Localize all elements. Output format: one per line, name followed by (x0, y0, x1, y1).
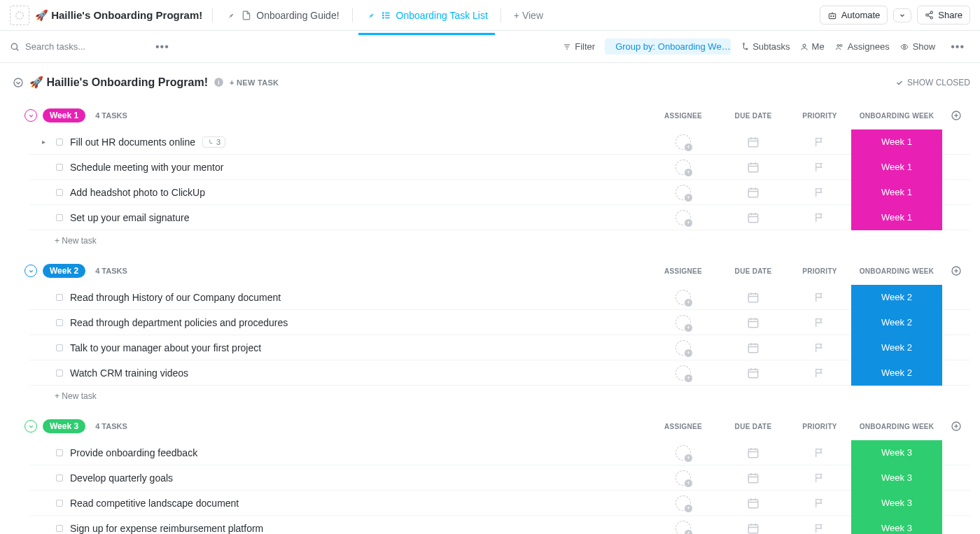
cell-week[interactable]: Week 2 (851, 335, 942, 360)
task-row[interactable]: Set up your email signature Week 1 (29, 205, 970, 230)
calendar-icon[interactable] (747, 316, 760, 329)
cell-assignee[interactable] (648, 516, 718, 535)
flag-icon[interactable] (814, 342, 825, 353)
task-row[interactable]: Read through department policies and pro… (29, 310, 970, 335)
toolbar-more[interactable]: ••• (945, 38, 970, 56)
flag-icon[interactable] (814, 498, 825, 509)
task-title[interactable]: Sign up for expense reimbursement platfo… (70, 523, 263, 534)
cell-week[interactable]: Week 2 (851, 360, 942, 386)
flag-icon[interactable] (814, 212, 825, 223)
cell-assignee[interactable] (648, 335, 718, 360)
assignees-button[interactable]: Assignees (834, 41, 890, 52)
group-collapse-icon[interactable] (24, 420, 37, 433)
assignee-placeholder-icon[interactable] (676, 445, 691, 461)
cell-assignee[interactable] (648, 205, 718, 230)
cell-priority[interactable] (788, 465, 851, 491)
calendar-icon[interactable] (747, 342, 760, 354)
calendar-icon[interactable] (747, 211, 760, 224)
task-title[interactable]: Fill out HR documents online (70, 136, 195, 148)
task-title[interactable]: Read competitive landscape document (70, 498, 239, 509)
search-more[interactable]: ••• (150, 38, 175, 56)
cell-week[interactable]: Week 2 (851, 285, 942, 310)
cell-due[interactable] (718, 360, 788, 386)
assignee-placeholder-icon[interactable] (676, 210, 691, 225)
assignee-placeholder-icon[interactable] (676, 521, 691, 535)
task-title[interactable]: Read through department policies and pro… (70, 317, 288, 328)
flag-icon[interactable] (814, 187, 825, 198)
status-checkbox[interactable] (56, 319, 63, 326)
flag-icon[interactable] (814, 292, 825, 303)
status-checkbox[interactable] (56, 344, 63, 351)
cell-due[interactable] (718, 205, 788, 230)
list-collapse-icon[interactable] (13, 77, 24, 88)
cell-priority[interactable] (788, 180, 851, 205)
status-checkbox[interactable] (56, 214, 63, 221)
status-checkbox[interactable] (56, 139, 63, 146)
group-label[interactable]: Week 3 (43, 419, 85, 433)
assignee-placeholder-icon[interactable] (676, 470, 691, 486)
calendar-icon[interactable] (747, 497, 760, 510)
calendar-icon[interactable] (747, 367, 760, 379)
cell-due[interactable] (718, 440, 788, 465)
automate-dropdown[interactable] (893, 8, 911, 22)
cell-assignee[interactable] (648, 285, 718, 310)
task-title[interactable]: Read through History of our Company docu… (70, 292, 281, 303)
share-button[interactable]: Share (917, 6, 970, 24)
calendar-icon[interactable] (747, 186, 760, 199)
cell-priority[interactable] (788, 205, 851, 230)
list-title[interactable]: 🚀 Haillie's Onboarding Program! (29, 76, 208, 89)
task-title[interactable]: Add headshot photo to ClickUp (70, 187, 205, 198)
flag-icon[interactable] (814, 136, 825, 148)
add-view[interactable]: + View (511, 3, 546, 28)
tab-guide[interactable]: Onboarding Guide! (223, 3, 342, 28)
cell-week[interactable]: Week 3 (851, 440, 942, 465)
task-row[interactable]: Read through History of our Company docu… (29, 285, 970, 310)
cell-week[interactable]: Week 3 (851, 491, 942, 516)
assignee-placeholder-icon[interactable] (676, 315, 691, 330)
flag-icon[interactable] (814, 317, 825, 328)
cell-week[interactable]: Week 3 (851, 516, 942, 535)
task-title[interactable]: Talk to your manager about your first pr… (70, 342, 261, 353)
cell-assignee[interactable] (648, 155, 718, 180)
assignee-placeholder-icon[interactable] (676, 290, 691, 305)
cell-due[interactable] (718, 310, 788, 335)
col-add[interactable] (942, 265, 970, 276)
status-checkbox[interactable] (56, 449, 63, 456)
cell-due[interactable] (718, 335, 788, 360)
cell-week[interactable]: Week 1 (851, 180, 942, 205)
subtasks-button[interactable]: Subtasks (741, 41, 790, 52)
status-checkbox[interactable] (56, 500, 63, 507)
status-checkbox[interactable] (56, 475, 63, 482)
flag-icon[interactable] (814, 447, 825, 458)
flag-icon[interactable] (814, 162, 825, 173)
task-row[interactable]: Develop quarterly goals Week 3 (29, 465, 970, 491)
search-input[interactable] (25, 41, 130, 52)
status-checkbox[interactable] (56, 525, 63, 532)
task-row[interactable]: Schedule meeting with your mentor Week 1 (29, 155, 970, 180)
assignee-placeholder-icon[interactable] (676, 185, 691, 200)
cell-due[interactable] (718, 155, 788, 180)
subtask-badge[interactable]: 3 (202, 136, 225, 148)
assignee-placeholder-icon[interactable] (676, 496, 691, 511)
assignee-placeholder-icon[interactable] (676, 160, 691, 175)
flag-icon[interactable] (814, 472, 825, 484)
group-label[interactable]: Week 2 (43, 264, 85, 278)
group-label[interactable]: Week 1 (43, 108, 85, 122)
cell-due[interactable] (718, 465, 788, 491)
status-checkbox[interactable] (56, 294, 63, 301)
cell-week[interactable]: Week 2 (851, 310, 942, 335)
cell-week[interactable]: Week 3 (851, 465, 942, 491)
task-row[interactable]: Read competitive landscape document Week… (29, 491, 970, 516)
task-row[interactable]: Watch CRM training videos Week 2 (29, 360, 970, 386)
cell-priority[interactable] (788, 285, 851, 310)
assignee-placeholder-icon[interactable] (676, 340, 691, 356)
cell-assignee[interactable] (648, 491, 718, 516)
add-task-row[interactable]: + New task (29, 386, 970, 401)
cell-due[interactable] (718, 129, 788, 155)
cell-priority[interactable] (788, 516, 851, 535)
cell-assignee[interactable] (648, 465, 718, 491)
info-icon[interactable]: i (214, 77, 224, 87)
program-title[interactable]: 🚀 Haillie's Onboarding Program! (35, 9, 202, 22)
calendar-icon[interactable] (747, 472, 760, 484)
cell-priority[interactable] (788, 155, 851, 180)
